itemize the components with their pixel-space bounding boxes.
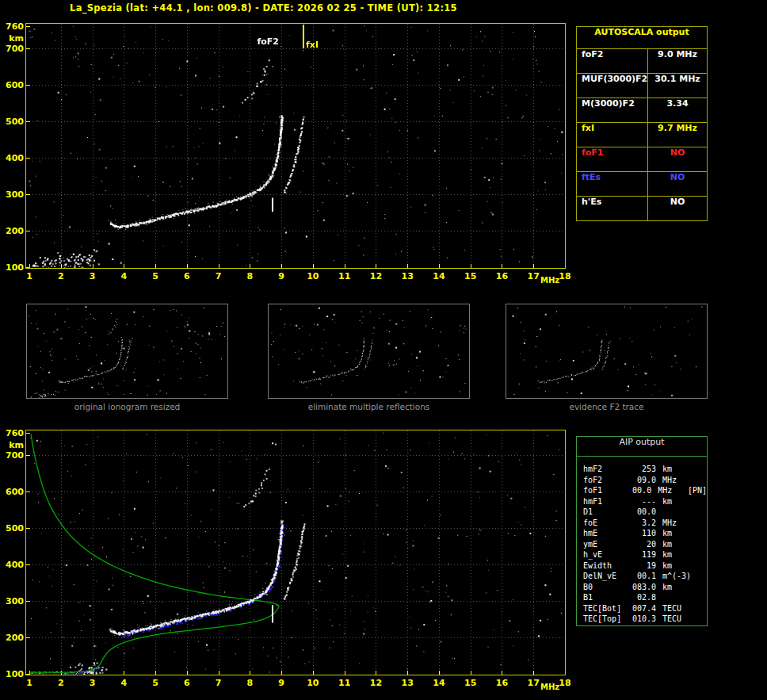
x-axis-tick-label: 3	[90, 678, 96, 688]
aip-val: 02.8	[629, 592, 656, 603]
y-axis-tick-label: 600	[0, 487, 24, 497]
y-axis-tick-label: 760	[0, 428, 24, 438]
y-axis-unit-label: km	[0, 33, 24, 44]
aip-row-b1: B102.8	[577, 592, 707, 603]
y-axis-tick-label: 300	[0, 596, 24, 606]
parameter-label: MUF(3000)F2	[577, 74, 648, 98]
aip-unit: km	[656, 496, 691, 507]
aip-unit: km	[656, 528, 691, 539]
aip-name: foE	[583, 518, 629, 529]
aip-row-d1: D100.0	[577, 507, 707, 518]
station-date-title: La_Spezia (lat: +44.1 , lon: 009.8) - DA…	[70, 2, 457, 13]
autoscala-row-ftes: ftEsNO	[577, 172, 707, 197]
thumbnail-no-multiples-canvas	[268, 304, 470, 399]
aip-val: 083.0	[629, 582, 656, 593]
y-axis-tick-label: 700	[0, 450, 24, 461]
x-axis-tick-label: 2	[58, 678, 64, 688]
x-axis-tick-label: 9	[278, 271, 284, 281]
aip-unit: MHz	[656, 518, 691, 529]
aip-val: 20	[629, 539, 656, 550]
y-axis-tick-label: 700	[0, 44, 24, 54]
x-axis-tick-label: 8	[247, 678, 254, 688]
aip-row-hmf1: hmF1---km	[577, 496, 707, 507]
aip-name: DelN_vE	[583, 571, 629, 582]
thumbnail-no-multiples	[268, 304, 470, 399]
aip-extra	[691, 496, 694, 507]
autoscala-table-header: AUTOSCALA output	[577, 27, 707, 49]
aip-val: 00.1	[629, 571, 656, 582]
aip-name: h_vE	[583, 549, 629, 560]
aip-extra	[691, 592, 694, 603]
aip-unit	[656, 507, 691, 518]
ionogram-main-plot: foF2 fxI 760700600500400300200100km12345…	[25, 23, 566, 269]
aip-extra	[691, 464, 694, 475]
aip-row-tecbot: TEC[Bot]007.4TECU	[577, 603, 707, 614]
aip-row-ewidth: Ewidth19km	[577, 560, 707, 572]
foF2-marker-label: foF2	[244, 36, 279, 47]
x-axis-tick-label: 11	[338, 271, 350, 281]
y-axis-tick-label: 200	[0, 633, 24, 643]
x-axis-tick-label: 4	[120, 678, 127, 688]
parameter-value: 9.7 MHz	[648, 123, 707, 147]
aip-val: 253	[629, 464, 656, 475]
x-axis-tick-label: 7	[216, 271, 222, 281]
autoscala-row-fof1: foF1NO	[577, 147, 707, 172]
aip-unit: TECU	[656, 603, 691, 614]
x-axis-tick-label: 8	[247, 271, 254, 281]
y-axis-tick-label: 500	[0, 523, 24, 534]
aip-panel-body: hmF2253kmfoF209.0MHzfoF100.0MHz[PN]hmF1-…	[577, 457, 707, 625]
thumbnail-f2-trace-canvas	[506, 304, 708, 399]
aip-extra	[691, 571, 694, 582]
parameter-value: 3.34	[648, 98, 707, 122]
x-axis-tick-label: 18	[559, 271, 570, 281]
y-axis-tick-label: 760	[0, 21, 24, 32]
x-axis-tick-label: 5	[152, 678, 158, 688]
x-axis-tick-label: 11	[338, 678, 350, 688]
x-axis-tick-label: 13	[402, 271, 414, 281]
x-axis-tick-label: 14	[433, 271, 445, 281]
autoscala-row-m3000f2: M(3000)F23.34	[577, 98, 707, 123]
aip-output-panel: AIP output hmF2253kmfoF209.0MHzfoF100.0M…	[576, 436, 708, 626]
autoscala-table-body: foF29.0 MHzMUF(3000)F230.1 MHzM(3000)F23…	[577, 49, 707, 220]
x-axis-tick-label: 6	[184, 271, 190, 281]
thumbnail-original-canvas	[26, 304, 228, 399]
aip-unit: km	[656, 539, 691, 550]
aip-name: foF1	[583, 485, 626, 496]
x-axis-tick-label: 16	[496, 271, 508, 281]
aip-name: ymE	[583, 539, 629, 550]
x-axis-tick-label: 7	[216, 678, 222, 688]
aip-row-fof1: foF100.0MHz[PN]	[577, 485, 707, 496]
y-axis-tick-label: 600	[0, 80, 24, 90]
aip-val: 09.0	[629, 475, 656, 486]
thumbnail-f2-trace	[506, 304, 708, 399]
y-axis-tick-label: 100	[0, 262, 24, 273]
x-axis-tick-label: 6	[184, 678, 190, 688]
aip-extra	[691, 518, 694, 529]
aip-extra	[691, 614, 694, 625]
x-axis-tick-label: 17	[528, 678, 540, 688]
ionogram-profile-canvas	[25, 430, 566, 675]
aip-name: TEC[Bot]	[583, 603, 629, 614]
aip-unit: km	[656, 582, 691, 593]
aip-name: hmF2	[583, 464, 629, 475]
aip-row-tectop: TEC[Top]010.3TECU	[577, 614, 707, 625]
parameter-label: foF1	[577, 147, 648, 171]
parameter-label: M(3000)F2	[577, 98, 648, 122]
y-axis-tick-label: 100	[0, 669, 24, 679]
x-axis-tick-label: 17	[528, 271, 540, 281]
aip-row-yme: ymE20km	[577, 539, 707, 550]
parameter-value: NO	[648, 147, 707, 171]
aip-name: hmF1	[583, 496, 629, 507]
y-axis-tick-label: 500	[0, 117, 24, 127]
aip-extra: [PN]	[685, 485, 707, 496]
aip-extra	[691, 582, 694, 593]
aip-extra	[691, 528, 694, 539]
autoscala-output-table: AUTOSCALA output foF29.0 MHzMUF(3000)F23…	[576, 26, 708, 221]
autoscala-window: La_Spezia (lat: +44.1 , lon: 009.8) - DA…	[0, 0, 767, 700]
aip-val: ---	[629, 496, 656, 507]
ionogram-profile-plot: 760700600500400300200100km12345678910111…	[25, 430, 566, 675]
aip-val: 007.4	[629, 603, 656, 614]
parameter-label: foF2	[577, 49, 648, 73]
aip-unit: m^(-3)	[656, 571, 691, 582]
aip-unit: km	[656, 464, 691, 475]
